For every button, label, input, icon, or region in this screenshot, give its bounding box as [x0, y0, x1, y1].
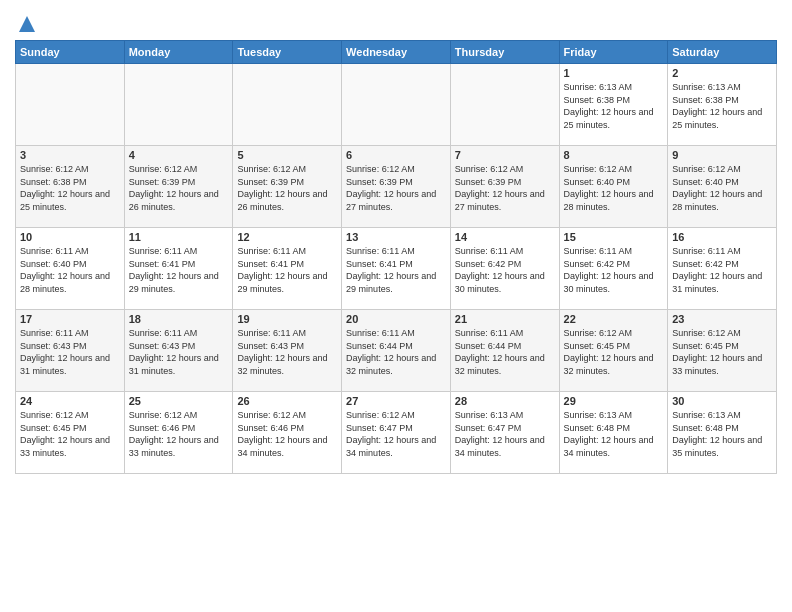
calendar-table: SundayMondayTuesdayWednesdayThursdayFrid… — [15, 40, 777, 474]
calendar-cell: 12Sunrise: 6:11 AMSunset: 6:41 PMDayligh… — [233, 228, 342, 310]
calendar-cell: 20Sunrise: 6:11 AMSunset: 6:44 PMDayligh… — [342, 310, 451, 392]
calendar-cell: 23Sunrise: 6:12 AMSunset: 6:45 PMDayligh… — [668, 310, 777, 392]
day-info: Sunrise: 6:12 AMSunset: 6:40 PMDaylight:… — [564, 163, 664, 213]
day-number: 2 — [672, 67, 772, 79]
day-info: Sunrise: 6:12 AMSunset: 6:45 PMDaylight:… — [564, 327, 664, 377]
day-number: 10 — [20, 231, 120, 243]
calendar-cell: 7Sunrise: 6:12 AMSunset: 6:39 PMDaylight… — [450, 146, 559, 228]
calendar-cell: 3Sunrise: 6:12 AMSunset: 6:38 PMDaylight… — [16, 146, 125, 228]
day-info: Sunrise: 6:11 AMSunset: 6:44 PMDaylight:… — [455, 327, 555, 377]
calendar-cell: 1Sunrise: 6:13 AMSunset: 6:38 PMDaylight… — [559, 64, 668, 146]
day-number: 4 — [129, 149, 229, 161]
day-info: Sunrise: 6:11 AMSunset: 6:41 PMDaylight:… — [237, 245, 337, 295]
day-number: 21 — [455, 313, 555, 325]
calendar-cell: 15Sunrise: 6:11 AMSunset: 6:42 PMDayligh… — [559, 228, 668, 310]
calendar-cell: 6Sunrise: 6:12 AMSunset: 6:39 PMDaylight… — [342, 146, 451, 228]
day-info: Sunrise: 6:11 AMSunset: 6:43 PMDaylight:… — [129, 327, 229, 377]
logo-icon — [17, 14, 37, 34]
calendar-cell: 25Sunrise: 6:12 AMSunset: 6:46 PMDayligh… — [124, 392, 233, 474]
day-info: Sunrise: 6:11 AMSunset: 6:40 PMDaylight:… — [20, 245, 120, 295]
calendar-cell: 16Sunrise: 6:11 AMSunset: 6:42 PMDayligh… — [668, 228, 777, 310]
calendar-week-row: 3Sunrise: 6:12 AMSunset: 6:38 PMDaylight… — [16, 146, 777, 228]
calendar-cell: 8Sunrise: 6:12 AMSunset: 6:40 PMDaylight… — [559, 146, 668, 228]
calendar-week-row: 1Sunrise: 6:13 AMSunset: 6:38 PMDaylight… — [16, 64, 777, 146]
day-info: Sunrise: 6:12 AMSunset: 6:46 PMDaylight:… — [237, 409, 337, 459]
day-number: 16 — [672, 231, 772, 243]
day-number: 26 — [237, 395, 337, 407]
calendar-cell: 18Sunrise: 6:11 AMSunset: 6:43 PMDayligh… — [124, 310, 233, 392]
calendar-cell: 27Sunrise: 6:12 AMSunset: 6:47 PMDayligh… — [342, 392, 451, 474]
day-number: 17 — [20, 313, 120, 325]
day-info: Sunrise: 6:13 AMSunset: 6:47 PMDaylight:… — [455, 409, 555, 459]
calendar-cell: 19Sunrise: 6:11 AMSunset: 6:43 PMDayligh… — [233, 310, 342, 392]
calendar-cell: 30Sunrise: 6:13 AMSunset: 6:48 PMDayligh… — [668, 392, 777, 474]
day-number: 30 — [672, 395, 772, 407]
calendar-cell — [450, 64, 559, 146]
calendar-day-header: Thursday — [450, 41, 559, 64]
calendar-cell: 10Sunrise: 6:11 AMSunset: 6:40 PMDayligh… — [16, 228, 125, 310]
day-number: 18 — [129, 313, 229, 325]
day-number: 25 — [129, 395, 229, 407]
calendar-week-row: 17Sunrise: 6:11 AMSunset: 6:43 PMDayligh… — [16, 310, 777, 392]
day-info: Sunrise: 6:12 AMSunset: 6:39 PMDaylight:… — [346, 163, 446, 213]
calendar-cell: 26Sunrise: 6:12 AMSunset: 6:46 PMDayligh… — [233, 392, 342, 474]
day-number: 29 — [564, 395, 664, 407]
calendar-header-row: SundayMondayTuesdayWednesdayThursdayFrid… — [16, 41, 777, 64]
calendar-day-header: Tuesday — [233, 41, 342, 64]
day-number: 15 — [564, 231, 664, 243]
day-info: Sunrise: 6:11 AMSunset: 6:42 PMDaylight:… — [672, 245, 772, 295]
day-info: Sunrise: 6:11 AMSunset: 6:44 PMDaylight:… — [346, 327, 446, 377]
calendar-cell: 5Sunrise: 6:12 AMSunset: 6:39 PMDaylight… — [233, 146, 342, 228]
calendar-day-header: Saturday — [668, 41, 777, 64]
day-number: 9 — [672, 149, 772, 161]
day-info: Sunrise: 6:12 AMSunset: 6:45 PMDaylight:… — [20, 409, 120, 459]
calendar-cell — [124, 64, 233, 146]
calendar-day-header: Wednesday — [342, 41, 451, 64]
day-info: Sunrise: 6:13 AMSunset: 6:48 PMDaylight:… — [672, 409, 772, 459]
day-number: 12 — [237, 231, 337, 243]
day-info: Sunrise: 6:12 AMSunset: 6:47 PMDaylight:… — [346, 409, 446, 459]
day-info: Sunrise: 6:13 AMSunset: 6:38 PMDaylight:… — [564, 81, 664, 131]
day-number: 14 — [455, 231, 555, 243]
calendar-cell — [16, 64, 125, 146]
calendar-day-header: Monday — [124, 41, 233, 64]
day-number: 3 — [20, 149, 120, 161]
calendar-cell: 9Sunrise: 6:12 AMSunset: 6:40 PMDaylight… — [668, 146, 777, 228]
day-info: Sunrise: 6:12 AMSunset: 6:38 PMDaylight:… — [20, 163, 120, 213]
day-number: 24 — [20, 395, 120, 407]
calendar-cell: 11Sunrise: 6:11 AMSunset: 6:41 PMDayligh… — [124, 228, 233, 310]
day-number: 22 — [564, 313, 664, 325]
day-info: Sunrise: 6:11 AMSunset: 6:41 PMDaylight:… — [129, 245, 229, 295]
calendar-cell: 22Sunrise: 6:12 AMSunset: 6:45 PMDayligh… — [559, 310, 668, 392]
day-info: Sunrise: 6:12 AMSunset: 6:45 PMDaylight:… — [672, 327, 772, 377]
calendar-day-header: Sunday — [16, 41, 125, 64]
day-info: Sunrise: 6:13 AMSunset: 6:38 PMDaylight:… — [672, 81, 772, 131]
day-number: 23 — [672, 313, 772, 325]
day-info: Sunrise: 6:11 AMSunset: 6:43 PMDaylight:… — [237, 327, 337, 377]
calendar-day-header: Friday — [559, 41, 668, 64]
page-container: SundayMondayTuesdayWednesdayThursdayFrid… — [0, 0, 792, 484]
day-number: 11 — [129, 231, 229, 243]
day-info: Sunrise: 6:12 AMSunset: 6:39 PMDaylight:… — [237, 163, 337, 213]
day-number: 5 — [237, 149, 337, 161]
day-info: Sunrise: 6:12 AMSunset: 6:39 PMDaylight:… — [455, 163, 555, 213]
day-number: 28 — [455, 395, 555, 407]
calendar-cell: 24Sunrise: 6:12 AMSunset: 6:45 PMDayligh… — [16, 392, 125, 474]
calendar-cell: 17Sunrise: 6:11 AMSunset: 6:43 PMDayligh… — [16, 310, 125, 392]
header — [15, 10, 777, 34]
day-number: 6 — [346, 149, 446, 161]
day-number: 27 — [346, 395, 446, 407]
day-number: 19 — [237, 313, 337, 325]
calendar-cell: 14Sunrise: 6:11 AMSunset: 6:42 PMDayligh… — [450, 228, 559, 310]
day-info: Sunrise: 6:13 AMSunset: 6:48 PMDaylight:… — [564, 409, 664, 459]
day-number: 1 — [564, 67, 664, 79]
day-info: Sunrise: 6:12 AMSunset: 6:40 PMDaylight:… — [672, 163, 772, 213]
calendar-cell: 28Sunrise: 6:13 AMSunset: 6:47 PMDayligh… — [450, 392, 559, 474]
calendar-cell — [233, 64, 342, 146]
day-number: 7 — [455, 149, 555, 161]
calendar-cell: 21Sunrise: 6:11 AMSunset: 6:44 PMDayligh… — [450, 310, 559, 392]
day-number: 20 — [346, 313, 446, 325]
logo — [15, 14, 37, 34]
day-number: 13 — [346, 231, 446, 243]
day-number: 8 — [564, 149, 664, 161]
